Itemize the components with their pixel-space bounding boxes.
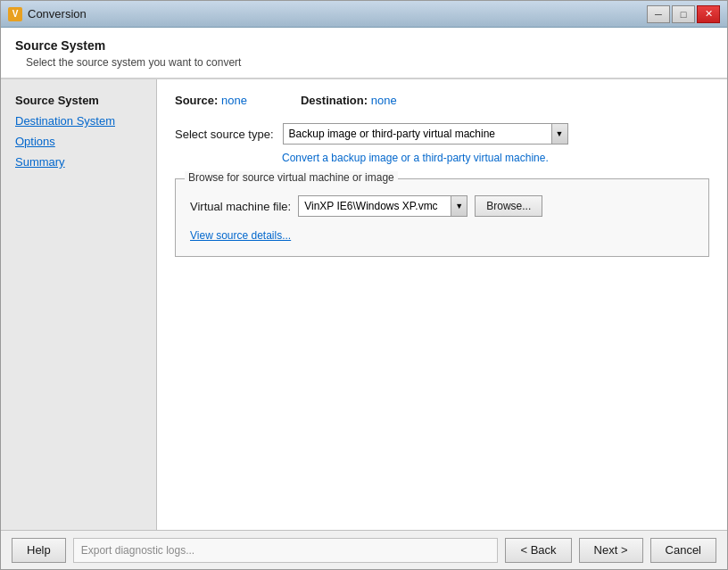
title-bar: V Conversion ─ □ ✕ bbox=[1, 1, 727, 28]
destination-label: Destination: bbox=[301, 94, 368, 107]
page-title: Source System bbox=[15, 38, 713, 53]
destination-value: none bbox=[371, 94, 397, 107]
header-section: Source System Select the source system y… bbox=[1, 28, 727, 78]
cancel-button[interactable]: Cancel bbox=[650, 538, 716, 563]
browse-group-title: Browse for source virtual machine or ima… bbox=[185, 171, 398, 184]
page-subtitle: Select the source system you want to con… bbox=[15, 56, 713, 69]
source-value: none bbox=[221, 94, 247, 107]
view-source-details-link[interactable]: View source details... bbox=[190, 229, 694, 242]
vm-file-row: Virtual machine file: VinXP IE6\Windows … bbox=[190, 195, 694, 217]
main-layout: Source System Destination System Options… bbox=[1, 78, 727, 530]
source-type-select[interactable]: Backup image or third-party virtual mach… bbox=[283, 123, 568, 145]
source-type-dropdown-arrow: ▼ bbox=[551, 124, 567, 144]
sidebar-item-destination-system[interactable]: Destination System bbox=[1, 111, 156, 131]
diagnostic-logs-field[interactable]: Export diagnostic logs... bbox=[73, 538, 499, 563]
vm-file-select-value: VinXP IE6\Windows XP.vmc bbox=[299, 200, 451, 212]
vm-file-dropdown-arrow: ▼ bbox=[451, 196, 467, 216]
footer: Help Export diagnostic logs... < Back Ne… bbox=[1, 530, 727, 569]
help-button[interactable]: Help bbox=[12, 538, 66, 563]
source-type-select-value: Backup image or third-party virtual mach… bbox=[284, 128, 551, 140]
maximize-button[interactable]: □ bbox=[672, 5, 695, 23]
title-bar-controls: ─ □ ✕ bbox=[647, 5, 720, 23]
sidebar-item-summary[interactable]: Summary bbox=[1, 152, 156, 172]
diagnostic-logs-placeholder: Export diagnostic logs... bbox=[81, 544, 194, 557]
source-status: Source: none bbox=[175, 94, 247, 107]
vm-file-select[interactable]: VinXP IE6\Windows XP.vmc ▼ bbox=[298, 195, 467, 217]
sidebar-item-options[interactable]: Options bbox=[1, 131, 156, 152]
sidebar-item-source-system[interactable]: Source System bbox=[1, 90, 156, 111]
title-bar-left: V Conversion bbox=[8, 7, 87, 21]
close-button[interactable]: ✕ bbox=[697, 5, 720, 23]
browse-button[interactable]: Browse... bbox=[475, 195, 542, 217]
sidebar-item-label: Destination System bbox=[15, 114, 115, 128]
sidebar: Source System Destination System Options… bbox=[1, 79, 157, 530]
sidebar-item-label: Source System bbox=[15, 94, 99, 107]
source-dest-bar: Source: none Destination: none bbox=[175, 94, 709, 107]
back-button[interactable]: < Back bbox=[505, 538, 571, 563]
source-label: Source: bbox=[175, 94, 218, 107]
main-content: Source: none Destination: none Select so… bbox=[157, 79, 727, 530]
next-button[interactable]: Next > bbox=[579, 538, 643, 563]
minimize-button[interactable]: ─ bbox=[647, 5, 670, 23]
browse-group: Browse for source virtual machine or ima… bbox=[175, 178, 709, 257]
sidebar-item-label: Summary bbox=[15, 155, 65, 169]
source-type-row: Select source type: Backup image or thir… bbox=[175, 123, 709, 145]
convert-description: Convert a backup image or a third-party … bbox=[282, 152, 709, 164]
sidebar-item-label: Options bbox=[15, 135, 55, 148]
window-title: Conversion bbox=[28, 7, 87, 21]
app-icon: V bbox=[8, 7, 22, 21]
content-area: Source System Select the source system y… bbox=[1, 28, 727, 530]
destination-status: Destination: none bbox=[301, 94, 397, 107]
main-window: V Conversion ─ □ ✕ Source System Select … bbox=[0, 0, 728, 570]
vm-file-label: Virtual machine file: bbox=[190, 200, 291, 213]
source-type-label: Select source type: bbox=[175, 128, 274, 141]
